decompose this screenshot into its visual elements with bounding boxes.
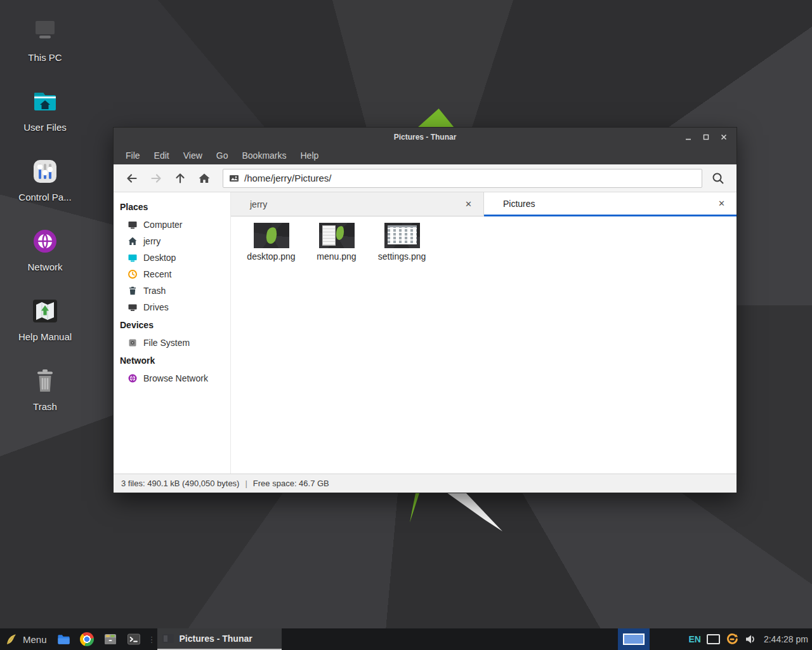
desktop-icon-user-files[interactable]: User Files — [4, 86, 86, 133]
clock[interactable]: 2:44:28 pm — [759, 634, 808, 644]
sidebar-item-computer[interactable]: Computer — [114, 216, 230, 233]
sidebar-item-label: Computer — [143, 220, 182, 230]
workspace-switcher[interactable] — [618, 628, 650, 650]
menu-go[interactable]: Go — [209, 150, 235, 161]
desktop-icon-label: Network — [27, 262, 62, 273]
sidebar-item-file-system[interactable]: File System — [114, 335, 230, 351]
desktop-icon-this-pc[interactable]: This PC — [4, 17, 86, 63]
chrome-icon — [80, 632, 94, 646]
desktop-icon-network[interactable]: Network — [4, 226, 86, 273]
desktop-icon-control-panel[interactable]: Control Pa... — [4, 156, 86, 203]
menu-file[interactable]: File — [119, 150, 147, 161]
computer-icon — [30, 17, 60, 47]
sidebar-item-browse-network[interactable]: Browse Network — [114, 370, 230, 387]
start-menu-button[interactable]: Menu — [0, 628, 52, 650]
volume-icon[interactable] — [742, 633, 759, 646]
up-button[interactable] — [168, 168, 192, 189]
trash-icon — [30, 366, 60, 396]
file-item-settings-png[interactable]: settings.png — [369, 223, 435, 262]
wallpaper-logo-feather-fragment — [444, 493, 502, 531]
sidebar-item-label: Drives — [143, 302, 169, 312]
desktop: This PC User Files Control Pa... Network… — [0, 0, 812, 650]
minimize-button[interactable] — [682, 131, 695, 143]
desktop-icon-label: Trash — [33, 401, 57, 413]
desktop-icon-label: This PC — [28, 52, 62, 63]
path-bar[interactable]: /home/jerry/Pictures/ — [223, 169, 702, 188]
desktop-icon-label: User Files — [23, 122, 67, 133]
display-tray-icon[interactable] — [704, 634, 723, 644]
search-button[interactable] — [706, 168, 730, 189]
wallpaper-logo-green-fragment — [407, 493, 419, 522]
menu-view[interactable]: View — [176, 150, 209, 161]
tab-pictures[interactable]: Pictures ✕ — [484, 192, 737, 216]
tab-bar: jerry ✕ Pictures ✕ — [231, 192, 737, 216]
taskbar: Menu ⋮ Pictures - Thunar EN — [0, 628, 812, 650]
chrome-launcher[interactable] — [75, 628, 98, 650]
wallpaper-logo-top-fragment — [417, 109, 454, 128]
window-thumbnail-icon — [162, 633, 174, 644]
toolbar: /home/jerry/Pictures/ — [114, 164, 737, 192]
menu-help[interactable]: Help — [294, 150, 326, 161]
sidebar-item-drives[interactable]: Drives — [114, 299, 230, 315]
home-button[interactable] — [192, 168, 216, 189]
file-item-menu-png[interactable]: menu.png — [304, 223, 369, 262]
terminal-icon — [127, 632, 141, 646]
window-content: Places Computer jerry Desktop Recent — [114, 192, 737, 474]
file-name: settings.png — [378, 251, 426, 262]
taskbar-window-button[interactable]: Pictures - Thunar — [157, 628, 282, 650]
sidebar-section-places: Places — [114, 197, 230, 216]
image-file-icon — [229, 173, 239, 183]
software-cabinet-launcher[interactable] — [98, 628, 122, 650]
maximize-button[interactable] — [700, 131, 712, 143]
clock-icon — [128, 269, 138, 279]
file-item-desktop-png[interactable]: desktop.png — [239, 223, 304, 262]
forward-button[interactable] — [144, 168, 168, 189]
desktop-icon-label: Control Pa... — [18, 192, 71, 203]
sidebar-section-devices: Devices — [114, 315, 230, 335]
globe-icon — [128, 373, 138, 383]
tab-close-icon[interactable]: ✕ — [465, 199, 483, 209]
sidebar-item-home[interactable]: jerry — [114, 233, 230, 249]
home-folder-icon — [30, 86, 60, 117]
status-free-space: Free space: 46.7 GB — [253, 479, 329, 488]
main-pane: jerry ✕ Pictures ✕ desktop.png — [231, 192, 737, 474]
tab-label: jerry — [231, 199, 267, 209]
desktop-monitor-icon — [128, 253, 138, 263]
file-thumbnail — [254, 223, 289, 248]
folder-icon — [56, 632, 71, 647]
update-manager-icon[interactable] — [723, 632, 742, 646]
file-thumbnail — [319, 223, 355, 248]
menu-bookmarks[interactable]: Bookmarks — [235, 150, 293, 161]
menu-edit[interactable]: Edit — [147, 150, 176, 161]
file-manager-launcher[interactable] — [52, 628, 75, 650]
sidebar-item-label: Recent — [143, 269, 171, 279]
terminal-launcher[interactable] — [122, 628, 145, 650]
window-titlebar[interactable]: Pictures - Thunar — [114, 128, 737, 147]
sidebar-section-network: Network — [114, 351, 230, 370]
keyboard-layout-indicator[interactable]: EN — [685, 634, 704, 644]
sidebar-item-desktop[interactable]: Desktop — [114, 249, 230, 266]
desktop-icon-help-manual[interactable]: Help Manual — [4, 296, 86, 343]
file-view[interactable]: desktop.png menu.png settings.png — [231, 216, 737, 474]
home-icon — [128, 236, 138, 246]
tab-jerry[interactable]: jerry ✕ — [231, 192, 484, 216]
close-button[interactable] — [717, 131, 730, 143]
sidebar-item-label: Browse Network — [143, 373, 208, 383]
file-cabinet-icon — [103, 632, 118, 647]
sidebar-item-trash[interactable]: Trash — [114, 282, 230, 299]
file-name: desktop.png — [247, 251, 295, 262]
taskbar-window-label: Pictures - Thunar — [180, 633, 252, 644]
desktop-icon-column: This PC User Files Control Pa... Network… — [4, 17, 86, 435]
sidebar-item-label: File System — [143, 338, 190, 348]
desktop-icon-trash[interactable]: Trash — [4, 366, 86, 413]
active-workspace[interactable] — [623, 633, 645, 645]
sidebar-item-label: jerry — [143, 236, 160, 246]
panel-separator: ⋮ — [145, 635, 157, 644]
network-globe-icon — [30, 226, 60, 256]
sidebar-item-recent[interactable]: Recent — [114, 266, 230, 282]
taskbar-right: EN 2:44:28 pm — [618, 628, 812, 650]
back-button[interactable] — [120, 168, 144, 189]
window-controls — [682, 131, 737, 143]
tab-close-icon[interactable]: ✕ — [718, 199, 737, 208]
feather-logo-icon — [5, 632, 18, 646]
